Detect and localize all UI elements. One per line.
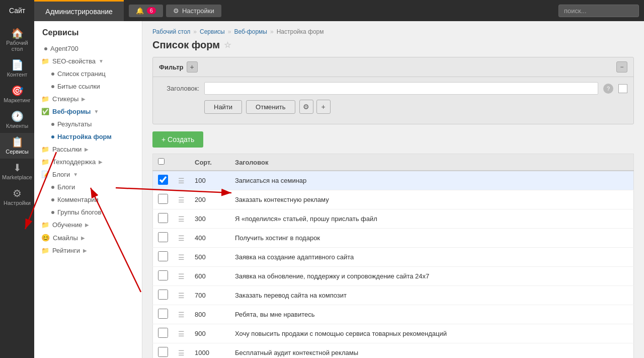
row-title[interactable]: Ребята, вы мне нравитесь bbox=[230, 305, 634, 324]
sidebar-item-ratings[interactable]: 📁 Рейтинги ▶ bbox=[34, 244, 142, 257]
settings-gear-button[interactable]: ⚙ bbox=[299, 100, 313, 114]
cancel-button[interactable]: Отменить bbox=[246, 100, 295, 114]
clients-icon: 🕐 bbox=[11, 111, 24, 121]
row-title[interactable]: Заказать перевод сайта на композит bbox=[230, 286, 634, 305]
nav-marketplace[interactable]: ⬇ Marketplace bbox=[0, 159, 34, 184]
site-tab[interactable]: Сайт bbox=[0, 0, 34, 21]
webforms-icon: ✅ bbox=[41, 108, 49, 115]
sidebar-label-stickers: Стикеры bbox=[52, 95, 78, 103]
row-sort: 300 bbox=[190, 209, 230, 229]
drag-handle-icon[interactable]: ☰ bbox=[178, 234, 185, 242]
nav-settings[interactable]: ⚙ Настройки bbox=[0, 184, 34, 210]
bullet-icon bbox=[51, 211, 54, 214]
row-title[interactable]: Хочу повысить продажи с помощью сервиса … bbox=[230, 324, 634, 343]
table-row: ☰ 300 Я «поделился» статьей, прошу присл… bbox=[153, 209, 634, 229]
chevron-right-icon-smiles: ▶ bbox=[81, 235, 85, 241]
row-checkbox[interactable] bbox=[158, 290, 168, 300]
table-row: ☰ 200 Заказать контекстную рекламу bbox=[153, 190, 634, 209]
nav-clients[interactable]: 🕐 Клиенты bbox=[0, 107, 34, 133]
forms-table: Сорт. Заголовок ☰ 100 Записаться на семи… bbox=[152, 154, 634, 358]
breadcrumb-webforms[interactable]: Веб-формы bbox=[234, 28, 267, 35]
content-inner: Рабочий стол » Сервисы » Веб-формы » Нас… bbox=[142, 21, 644, 358]
row-checkbox[interactable] bbox=[158, 194, 168, 204]
notifications-button[interactable]: 🔔 6 bbox=[129, 5, 163, 17]
drag-handle-icon[interactable]: ☰ bbox=[178, 253, 185, 261]
settings-button[interactable]: ⚙ Настройки bbox=[166, 5, 221, 17]
sidebar-item-agent700[interactable]: Agent700 bbox=[34, 42, 142, 55]
drag-handle-icon[interactable]: ☰ bbox=[178, 272, 185, 280]
filter-checkbox[interactable] bbox=[618, 84, 627, 93]
row-checkbox[interactable] bbox=[158, 270, 168, 280]
breadcrumb: Рабочий стол » Сервисы » Веб-формы » Нас… bbox=[152, 28, 634, 35]
search-input[interactable] bbox=[558, 5, 639, 17]
filter-minimize-button[interactable]: − bbox=[616, 61, 627, 73]
nav-settings-label: Настройки bbox=[4, 200, 31, 206]
row-title[interactable]: Записаться на семинар bbox=[230, 171, 634, 190]
filter-help-icon[interactable]: ? bbox=[603, 84, 613, 94]
breadcrumb-workdesk[interactable]: Рабочий стол bbox=[152, 28, 190, 35]
sidebar-label-pages: Список страниц bbox=[57, 70, 106, 78]
sidebar-item-blogs[interactable]: 📝 Блоги ▼ bbox=[34, 168, 142, 181]
nav-marketing[interactable]: 🎯 Маркетинг bbox=[0, 82, 34, 107]
row-checkbox[interactable] bbox=[158, 347, 168, 357]
row-title[interactable]: Я «поделился» статьей, прошу прислать фа… bbox=[230, 209, 634, 229]
drag-handle-icon[interactable]: ☰ bbox=[178, 215, 185, 223]
drag-handle-icon[interactable]: ☰ bbox=[178, 330, 185, 338]
sidebar-item-webforms[interactable]: ✅ Веб-формы ▼ bbox=[34, 105, 142, 118]
chevron-right-icon-mailings: ▶ bbox=[85, 147, 89, 152]
row-checkbox[interactable] bbox=[158, 328, 168, 338]
sidebar-label-comments: Комментарии bbox=[57, 196, 99, 203]
drag-handle-icon[interactable]: ☰ bbox=[178, 349, 185, 357]
nav-services[interactable]: 📋 Сервисы bbox=[0, 133, 34, 159]
row-drag-cell: ☰ bbox=[173, 324, 190, 343]
chevron-right-icon-techsupport: ▶ bbox=[99, 159, 103, 165]
filter-add-button[interactable]: + bbox=[187, 61, 198, 73]
admin-tab[interactable]: Администрирование bbox=[34, 0, 124, 21]
row-checkbox[interactable] bbox=[158, 232, 168, 242]
sidebar-item-form-settings[interactable]: Настройка форм bbox=[41, 130, 142, 143]
sidebar-item-blogs-list[interactable]: Блоги bbox=[41, 181, 142, 193]
sidebar-item-mailings[interactable]: 📁 Рассылки ▶ bbox=[34, 143, 142, 156]
row-title[interactable]: Получить хостинг в подарок bbox=[230, 229, 634, 248]
sidebar-item-blog-groups[interactable]: Группы блогов bbox=[41, 206, 142, 219]
drag-handle-icon[interactable]: ☰ bbox=[178, 177, 185, 185]
sidebar-item-stickers[interactable]: 📁 Стикеры ▶ bbox=[34, 93, 142, 105]
filter-header-row: Заголовок: ? bbox=[159, 82, 627, 95]
sidebar-item-comments[interactable]: Комментарии bbox=[41, 193, 142, 206]
row-checkbox[interactable] bbox=[158, 251, 168, 261]
sidebar-label-blog-groups: Группы блогов bbox=[57, 208, 101, 216]
row-title[interactable]: Заказать контекстную рекламу bbox=[230, 190, 634, 209]
nav-content[interactable]: 📄 Контент bbox=[0, 56, 34, 82]
drag-handle-icon[interactable]: ☰ bbox=[178, 292, 185, 300]
col-sort-header[interactable]: Сорт. bbox=[190, 154, 230, 171]
chevron-down-icon-blogs: ▼ bbox=[73, 172, 78, 177]
sidebar-item-training[interactable]: 📁 Обучение ▶ bbox=[34, 219, 142, 231]
sidebar-item-pages[interactable]: Список страниц bbox=[41, 67, 142, 80]
drag-handle-icon[interactable]: ☰ bbox=[178, 196, 185, 204]
row-checkbox[interactable] bbox=[158, 213, 168, 223]
row-title[interactable]: Бесплатный аудит контекстной рекламы bbox=[230, 343, 634, 359]
row-checkbox[interactable] bbox=[158, 175, 168, 185]
breadcrumb-services[interactable]: Сервисы bbox=[200, 28, 225, 35]
filter-header-input[interactable] bbox=[204, 82, 598, 95]
select-all-checkbox[interactable] bbox=[158, 158, 165, 165]
sidebar-item-broken[interactable]: Битые ссылки bbox=[41, 80, 142, 93]
row-drag-cell: ☰ bbox=[173, 305, 190, 324]
find-button[interactable]: Найти bbox=[204, 100, 242, 114]
add-filter-button[interactable]: + bbox=[316, 100, 331, 114]
search-box bbox=[558, 5, 639, 17]
row-checkbox[interactable] bbox=[158, 309, 168, 319]
nav-workdesk[interactable]: 🏠 Рабочий стол bbox=[0, 24, 34, 56]
sidebar-item-seo[interactable]: 📁 SEO-свойства ▼ bbox=[34, 55, 142, 67]
filter-actions-right: ⚙ + bbox=[299, 100, 331, 114]
sidebar-item-techsupport[interactable]: 📁 Техподдержка ▶ bbox=[34, 156, 142, 168]
sidebar-item-results[interactable]: Результаты bbox=[41, 118, 142, 130]
create-button[interactable]: + Создать bbox=[152, 131, 203, 148]
row-sort: 800 bbox=[190, 305, 230, 324]
col-title-header[interactable]: Заголовок bbox=[230, 154, 634, 171]
drag-handle-icon[interactable]: ☰ bbox=[178, 311, 185, 319]
sidebar-item-smiles[interactable]: 😊 Смайлы ▶ bbox=[34, 231, 142, 244]
row-title[interactable]: Заявка на обновление, поддержку и сопров… bbox=[230, 267, 634, 286]
row-title[interactable]: Заявка на создание адаптивного сайта bbox=[230, 248, 634, 267]
star-icon[interactable]: ☆ bbox=[224, 40, 231, 50]
